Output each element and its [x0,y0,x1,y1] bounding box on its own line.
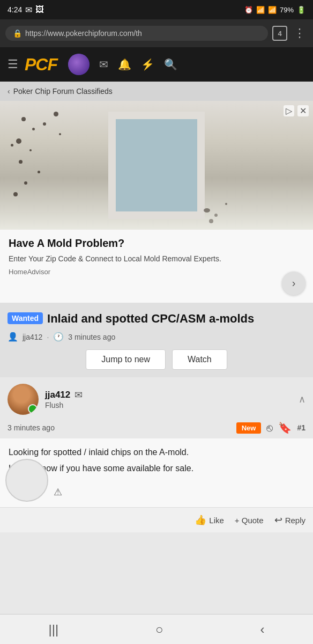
ad-container: ▷ ✕ [0,101,313,303]
header-icons: ✉ 🔔 ⚡ 🔍 [68,54,177,75]
signal-icon: 📶 [268,6,277,14]
user-avatar[interactable] [68,54,90,75]
ad-description: Enter Your Zip Code & Connect to Local M… [9,254,304,265]
browser-bar: 🔒 https://www.pokerchipforum.com/th 4 ⋮ [0,19,313,47]
floating-circle [5,459,48,502]
reply-button[interactable]: ↩ Reply [274,514,305,526]
hamburger-icon[interactable]: ☰ [8,57,18,71]
post-badges: New ⎋ 🔖 #1 [236,421,305,434]
status-bar: 4:24 ✉ 🖼 ⏰ 📶 📶 79% 🔋 [0,0,313,19]
bell-icon[interactable]: 🔔 [118,58,131,71]
nav-back-button[interactable]: ‹ [250,618,275,641]
thread-section: Wanted Inlaid and spotted CPC/ASM a-mold… [0,303,313,378]
reply-icon: ↩ [274,514,282,526]
share-icon[interactable]: ⎋ [266,422,273,434]
post-timestamp-row: 3 minutes ago New ⎋ 🔖 #1 [0,419,313,438]
ad-source: HomeAdvisor [9,268,304,276]
pcf-header: ☰ PCF ✉ 🔔 ⚡ 🔍 [0,47,313,82]
image-icon: 🖼 [35,5,44,14]
search-icon[interactable]: 🔍 [164,58,177,71]
bottom-nav: ||| ○ ‹ [0,614,313,644]
nav-home-button[interactable]: ○ [145,618,174,641]
url-box[interactable]: 🔒 https://www.pokerchipforum.com/th [5,26,268,41]
thread-time-ago: 3 minutes ago [68,333,115,341]
nav-menu-button[interactable]: ||| [38,618,69,641]
ad-controls: ▷ ✕ [284,105,309,116]
post-number: #1 [297,423,305,432]
post-section: jja412 ✉ Flush ∧ 3 minutes ago New ⎋ 🔖 #… [0,377,313,532]
breadcrumb[interactable]: ‹ Poker Chip Forum Classifieds [0,82,313,101]
alarm-icon: ⏰ [244,6,253,14]
like-icon: 👍 [195,514,206,526]
tabs-badge[interactable]: 4 [272,26,287,41]
thread-meta: 👤 jja412 · 🕐 3 minutes ago [8,332,305,342]
battery-text: 79% [280,6,294,14]
mail-icon[interactable]: ✉ [99,58,108,71]
email-icon: ✉ [25,5,32,15]
thread-actions: Jump to new Watch [8,349,305,370]
post-body: Looking for spotted / inlaid chips on th… [0,438,313,507]
post-header: jja412 ✉ Flush ∧ [0,377,313,419]
mold-spots [0,101,313,230]
post-username: jja412 [45,390,70,400]
status-bar-right: ⏰ 📶 📶 79% 🔋 [244,6,305,14]
wifi-icon: 📶 [256,6,265,14]
wanted-badge: Wanted [8,312,43,324]
warning-icon: ⚠ [54,485,62,500]
watch-button[interactable]: Watch [172,349,227,370]
status-bar-left: 4:24 ✉ 🖼 [8,5,44,15]
ad-arrow-button[interactable]: › [282,272,305,295]
avatar-image [68,54,90,75]
post-avatar [8,384,39,415]
like-button[interactable]: 👍 Like [195,514,224,526]
thread-author: jja412 [23,333,42,341]
thread-title: Inlaid and spotted CPC/ASM a-molds [47,311,254,327]
quote-button[interactable]: + Quote [235,516,264,525]
clock-meta-icon: 🕐 [53,332,64,342]
post-footer: 👍 Like + Quote ↩ Reply [0,507,313,532]
user-meta-icon: 👤 [8,332,18,342]
post-timestamp: 3 minutes ago [8,423,55,432]
username-row: jja412 ✉ [45,389,292,401]
back-arrow-icon: ‹ [8,87,10,96]
thread-title-row: Wanted Inlaid and spotted CPC/ASM a-mold… [8,311,305,327]
ad-image [0,101,313,230]
lock-icon: 🔒 [13,29,22,38]
pcf-logo: PCF [25,55,57,75]
ad-image-inner [0,101,313,230]
jump-to-new-button[interactable]: Jump to new [86,349,166,370]
lightning-icon[interactable]: ⚡ [141,58,154,71]
ad-close-icon[interactable]: ✕ [297,105,309,116]
ad-play-icon[interactable]: ▷ [284,105,294,116]
time: 4:24 [8,5,22,14]
post-user-rank: Flush [45,401,292,409]
online-badge [28,404,38,414]
post-body-line1: Looking for spotted / inlaid chips on th… [9,446,304,459]
post-user-info: jja412 ✉ Flush [45,389,292,409]
message-icon[interactable]: ✉ [74,389,83,401]
post-body-line2: Let me know if you have some available f… [9,462,304,475]
post-chevron-icon[interactable]: ∧ [299,393,305,405]
browser-menu-icon[interactable]: ⋮ [292,26,308,40]
new-badge: New [236,422,262,434]
battery-icon: 🔋 [297,6,305,14]
ad-title: Have A Mold Problem? [9,237,304,250]
ad-body[interactable]: Have A Mold Problem? Enter Your Zip Code… [0,230,313,303]
breadcrumb-text: Poker Chip Forum Classifieds [13,87,113,96]
bookmark-icon[interactable]: 🔖 [278,421,292,434]
url-text: https://www.pokerchipforum.com/th [25,29,260,38]
